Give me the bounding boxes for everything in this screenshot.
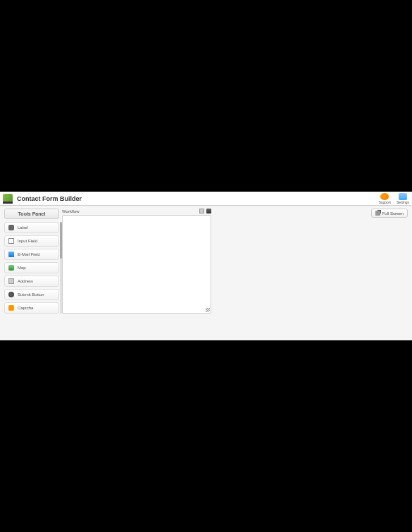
header-actions: Support Settings xyxy=(378,193,409,204)
tools-list: Label Input Field E-Mail Field Map Addre… xyxy=(4,222,59,314)
submit-icon xyxy=(8,292,14,297)
label-icon xyxy=(8,225,14,230)
captcha-icon xyxy=(8,305,14,311)
email-icon xyxy=(8,252,14,257)
tool-map[interactable]: Map xyxy=(4,262,59,273)
preview-section: Full Screen xyxy=(216,209,408,338)
tool-submit-button[interactable]: Submit Button xyxy=(4,289,59,300)
tool-captcha[interactable]: Captcha xyxy=(4,302,59,314)
content-area: Tools Panel Label Input Field E-Mail Fie… xyxy=(0,206,412,340)
main-canvas: Workflow Full Screen xyxy=(62,209,408,338)
resize-handle[interactable] xyxy=(206,308,210,312)
support-icon xyxy=(380,193,389,200)
tool-input-field[interactable]: Input Field xyxy=(4,235,59,247)
settings-icon xyxy=(399,193,407,200)
app-window: Contact Form Builder Support Settings To… xyxy=(0,192,412,340)
workflow-title: Workflow xyxy=(62,209,80,214)
app-logo-icon xyxy=(3,194,13,204)
workflow-actions xyxy=(199,209,211,214)
settings-label: Settings xyxy=(397,200,409,204)
workflow-header: Workflow xyxy=(62,209,211,214)
tool-address[interactable]: Address xyxy=(4,276,59,287)
tool-label-text: Label xyxy=(18,225,28,230)
tool-email-field[interactable]: E-Mail Field xyxy=(4,249,59,260)
address-icon xyxy=(8,278,14,284)
fullscreen-label: Full Screen xyxy=(382,211,404,216)
save-icon[interactable] xyxy=(206,209,211,214)
copy-icon[interactable] xyxy=(199,209,204,214)
tool-label-text: Address xyxy=(18,279,33,283)
header: Contact Form Builder Support Settings xyxy=(0,192,412,206)
workflow-section: Workflow xyxy=(62,209,211,338)
tool-label-text: Captcha xyxy=(18,306,33,310)
workflow-canvas[interactable] xyxy=(62,215,211,314)
tool-label-text: Map xyxy=(18,266,26,270)
support-button[interactable]: Support xyxy=(378,193,391,204)
tool-label-text: Submit Button xyxy=(18,292,44,297)
fullscreen-icon xyxy=(375,211,380,216)
tools-sidebar: Tools Panel Label Input Field E-Mail Fie… xyxy=(4,209,59,338)
tool-label-text: Input Field xyxy=(18,239,37,243)
page-title: Contact Form Builder xyxy=(17,195,82,202)
input-icon xyxy=(8,238,14,244)
support-label: Support xyxy=(378,200,391,204)
map-icon xyxy=(8,265,14,271)
settings-button[interactable]: Settings xyxy=(397,193,409,204)
tool-label-text: E-Mail Field xyxy=(18,252,40,256)
tool-label[interactable]: Label xyxy=(4,222,59,233)
tools-panel-title: Tools Panel xyxy=(4,209,59,219)
fullscreen-button[interactable]: Full Screen xyxy=(371,209,408,218)
